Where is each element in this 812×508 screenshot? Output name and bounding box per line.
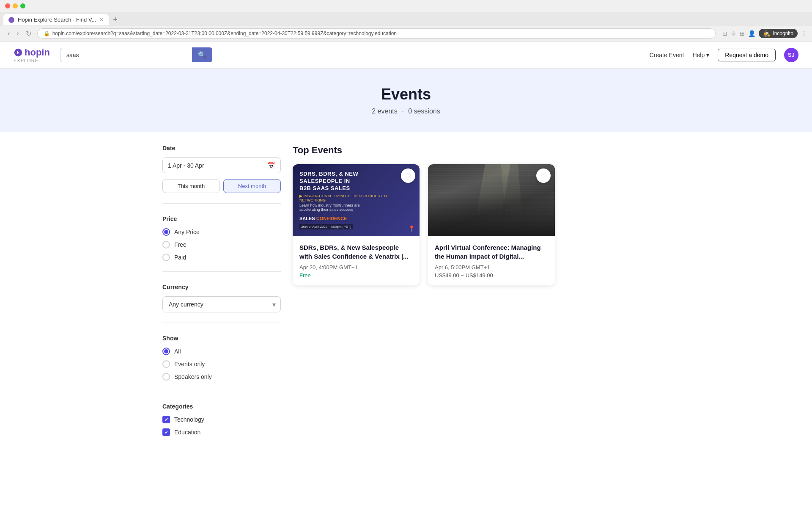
search-button[interactable]: 🔍 [192,47,212,62]
bookmark-icon[interactable]: ☆ [731,30,736,37]
search-input[interactable] [60,48,192,62]
event-card-1-image: SDRs, BDRs, & NewSalespeople inB2B SaaS … [293,164,420,236]
logo-text: hopin [25,47,50,58]
refresh-button[interactable]: ↻ [23,29,34,39]
show-all-label: All [174,348,181,355]
profile-icon[interactable]: 👤 [748,30,755,37]
event-1-location-icon: 📍 [408,225,415,232]
event-card-2[interactable]: ♡ April Virtual Conference: Managing the… [428,164,555,285]
browser-tab-active[interactable]: Hopin Explore Search - Find V... ✕ [3,14,109,25]
categories-checkbox-group: ✓ Technology ✓ Education [162,416,281,436]
extensions-icon[interactable]: ⊞ [740,30,745,37]
lock-icon: 🔒 [44,30,50,36]
currency-filter-title: Currency [162,284,281,290]
price-any-radio-inner [164,230,168,234]
next-month-button[interactable]: Next month [223,179,281,193]
incognito-badge: 🕵 Incognito [759,29,798,38]
show-speakers-only-radio[interactable] [162,373,170,381]
show-events-only-option[interactable]: Events only [162,360,281,368]
event-1-date: Apr 20, 4:00PM GMT+1 [299,264,413,271]
event-1-banner-title: SDRs, BDRs, & NewSalespeople inB2B SaaS … [299,171,413,192]
logo-area: h hopin Explore [14,47,50,63]
price-any-option[interactable]: Any Price [162,228,281,236]
more-options-icon[interactable]: ⋮ [801,30,807,37]
tab-title: Hopin Explore Search - Find V... [18,17,96,23]
show-all-option[interactable]: All [162,348,281,355]
hero-section: Events 2 events · 0 sessions [0,69,812,132]
help-link[interactable]: Help ▾ [692,52,709,58]
event-2-favorite-button[interactable]: ♡ [536,168,551,183]
back-button[interactable]: ‹ [5,29,12,38]
price-free-radio[interactable] [162,241,170,248]
header-nav: Create Event Help ▾ Request a demo SJ [650,48,798,62]
search-bar-container: 🔍 [60,47,212,62]
price-paid-option[interactable]: Paid [162,254,281,261]
heart-icon-1: ♡ [405,172,411,180]
category-technology-item[interactable]: ✓ Technology [162,416,281,423]
browser-controls [5,3,25,8]
category-technology-checkmark: ✓ [165,417,168,422]
new-tab-button[interactable]: + [110,14,121,26]
tab-favicon [8,17,14,23]
category-education-label: Education [174,429,200,436]
date-filter-section: Date 1 Apr - 30 Apr 📅 This month Next mo… [162,145,281,204]
show-speakers-only-option[interactable]: Speakers only [162,373,281,381]
events-grid: SDRs, BDRs, & NewSalespeople inB2B SaaS … [293,164,650,285]
avatar[interactable]: SJ [784,48,798,62]
cast-icon[interactable]: ⊡ [722,30,727,37]
show-speakers-only-label: Speakers only [174,373,212,380]
address-bar[interactable]: 🔒 hopin.com/explore/search?q=saas&starti… [37,28,716,39]
categories-filter-section: Categories ✓ Technology ✓ Education [162,403,281,446]
create-event-link[interactable]: Create Event [650,52,684,58]
price-radio-group: Any Price Free Paid [162,228,281,261]
event-card-2-image: ♡ [428,164,555,236]
price-any-label: Any Price [174,229,200,235]
forward-button[interactable]: › [14,29,21,38]
event-1-sales-text: SALES CONFIDENCE [299,216,347,221]
show-filter-title: Show [162,335,281,342]
price-paid-label: Paid [174,254,186,261]
price-free-label: Free [174,241,187,248]
this-month-button[interactable]: This month [162,179,220,193]
event-1-title: SDRs, BDRs, & New Salespeople with Sales… [299,243,413,261]
address-bar-icons: ⊡ ☆ ⊞ 👤 🕵 Incognito ⋮ [722,29,807,38]
date-filter-title: Date [162,145,281,152]
category-education-item[interactable]: ✓ Education [162,428,281,436]
currency-filter-section: Currency Any currency USD EUR GBP ▾ [162,284,281,323]
show-all-radio-inner [164,349,168,353]
event-1-banner-date: 26th of April 2022 · 4:00pm (PST) [299,224,353,229]
url-text: hopin.com/explore/search?q=saas&starting… [52,30,397,36]
date-input-row[interactable]: 1 Apr - 30 Apr 📅 [162,157,281,173]
hopin-logo-icon: h [14,48,23,57]
show-events-only-radio[interactable] [162,360,170,368]
event-card-2-body: April Virtual Conference: Managing the H… [428,236,555,285]
category-technology-label: Technology [174,416,204,423]
event-2-date: Apr 6, 5:00PM GMT+1 [435,264,548,271]
show-filter-section: Show All Events only Speakers only [162,335,281,391]
price-any-radio[interactable] [162,228,170,236]
show-radio-group: All Events only Speakers only [162,348,281,381]
minimize-window-dot[interactable] [13,3,18,8]
event-2-price: US$49.00 ~ US$149.00 [435,272,548,279]
event-1-favorite-button[interactable]: ♡ [401,168,415,183]
svg-text:h: h [17,50,19,55]
tab-close-button[interactable]: ✕ [99,17,104,23]
logo[interactable]: h hopin [14,47,50,58]
request-demo-button[interactable]: Request a demo [718,49,776,61]
show-all-radio[interactable] [162,348,170,355]
currency-select[interactable]: Any currency USD EUR GBP [162,296,281,312]
browser-nav: ‹ › ↻ [5,29,34,39]
price-paid-radio[interactable] [162,254,170,261]
maximize-window-dot[interactable] [20,3,25,8]
close-window-dot[interactable] [5,3,10,8]
price-filter-title: Price [162,215,281,222]
page-title: Events [8,86,804,103]
category-education-checkbox[interactable]: ✓ [162,428,170,436]
show-events-only-label: Events only [174,361,205,367]
event-card-1[interactable]: SDRs, BDRs, & NewSalespeople inB2B SaaS … [293,164,420,285]
event-2-title: April Virtual Conference: Managing the H… [435,243,548,261]
category-technology-checkbox[interactable]: ✓ [162,416,170,423]
price-free-option[interactable]: Free [162,241,281,248]
sessions-count: 0 sessions [408,108,440,115]
event-card-1-body: SDRs, BDRs, & New Salespeople with Sales… [293,236,420,285]
